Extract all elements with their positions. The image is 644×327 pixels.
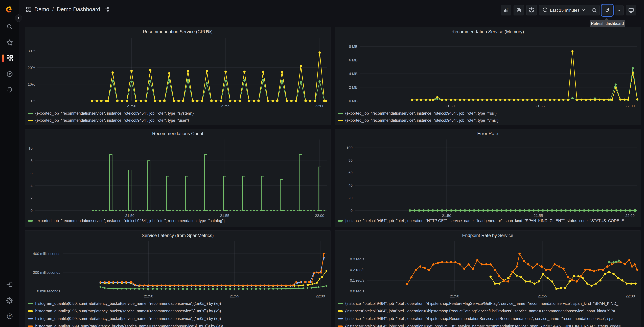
refresh-interval-dropdown[interactable] xyxy=(615,5,624,16)
legend-label: histogram_quantile(0.95, sum(rate(latenc… xyxy=(35,309,221,314)
sidebar-expand-button[interactable] xyxy=(15,14,22,22)
panel-legend: {exported_job="recommendationservice", i… xyxy=(28,110,330,124)
svg-text:200 milliseconds: 200 milliseconds xyxy=(33,270,60,275)
legend-item[interactable]: histogram_quantile(0.50, sum(rate(latenc… xyxy=(28,300,330,307)
sign-in-icon[interactable] xyxy=(6,281,14,288)
legend-swatch xyxy=(28,220,33,222)
legend-item[interactable]: {instance="otelcol:9464", job="otel", op… xyxy=(338,307,640,315)
save-dashboard-button[interactable] xyxy=(514,5,524,16)
legend-item[interactable]: {exported_job="recommendationservice", i… xyxy=(28,110,330,117)
dashboards-icon[interactable] xyxy=(6,54,14,62)
zoom-out-button[interactable] xyxy=(588,5,600,15)
settings-gear-icon[interactable] xyxy=(6,296,14,304)
legend-swatch xyxy=(28,326,33,327)
legend-swatch xyxy=(28,310,33,312)
legend-label: {instance="otelcol:9464", job="otel", op… xyxy=(345,324,621,327)
legend-item[interactable]: {exported_job="recommendationservice", i… xyxy=(28,218,330,224)
legend-item[interactable]: histogram_quantile(0.99, sum(rate(latenc… xyxy=(28,315,330,322)
sidebar: ? xyxy=(0,0,19,327)
svg-text:8 MB: 8 MB xyxy=(349,44,358,49)
svg-text:21:50: 21:50 xyxy=(446,104,455,108)
svg-text:21:50: 21:50 xyxy=(125,214,134,218)
svg-text:0%: 0% xyxy=(30,99,35,103)
active-indicator xyxy=(2,54,4,62)
legend-item[interactable]: histogram_quantile(0.999, sum(rate(laten… xyxy=(28,322,330,327)
legend-swatch xyxy=(28,303,33,304)
svg-text:21:55: 21:55 xyxy=(221,104,230,108)
legend-item[interactable]: {instance="otelcol:9464", job="otel", op… xyxy=(338,315,640,322)
svg-text:400 milliseconds: 400 milliseconds xyxy=(33,252,60,256)
svg-text:60: 60 xyxy=(348,171,352,175)
help-icon[interactable]: ? xyxy=(6,312,14,320)
legend-swatch xyxy=(338,326,343,327)
legend-label: {exported_job="recommendationservice", i… xyxy=(35,218,225,223)
legend-swatch xyxy=(338,113,343,114)
legend-label: {exported_job="recommendationservice", i… xyxy=(345,118,498,123)
dashboard-settings-button[interactable] xyxy=(526,5,537,16)
panel-error-rate: Error Rate 02040608010021:5021:5522:00 {… xyxy=(334,128,641,227)
svg-text:22:00: 22:00 xyxy=(625,214,634,218)
svg-text:0.0 req/s: 0.0 req/s xyxy=(350,289,364,293)
legend-label: histogram_quantile(0.999, sum(rate(laten… xyxy=(35,324,223,327)
svg-text:0.2 req/s: 0.2 req/s xyxy=(350,268,364,272)
svg-text:4: 4 xyxy=(30,184,32,188)
panel-recommendation-cpu: Recommendation Service (CPU%) 0%10%20%30… xyxy=(25,27,331,125)
svg-text:8: 8 xyxy=(30,159,32,163)
grafana-logo[interactable] xyxy=(5,6,14,14)
svg-text:21:55: 21:55 xyxy=(534,214,543,218)
tv-kiosk-mode-button[interactable] xyxy=(626,5,636,16)
chart-canvas: 024681021:5021:5522:00 xyxy=(25,129,331,227)
clock-icon xyxy=(542,7,548,13)
panel-legend: {exported_job="recommendationservice", i… xyxy=(338,110,640,124)
breadcrumb-page[interactable]: Demo Dashboard xyxy=(57,6,100,12)
legend-item[interactable]: {exported_job="recommendationservice", i… xyxy=(338,110,640,117)
svg-text:20: 20 xyxy=(348,196,352,200)
svg-text:21:50: 21:50 xyxy=(127,104,136,108)
explore-compass-icon[interactable] xyxy=(6,70,14,78)
legend-swatch xyxy=(28,113,33,114)
svg-text:100: 100 xyxy=(346,146,352,150)
refresh-dashboard-button[interactable] xyxy=(602,5,612,16)
svg-text:0: 0 xyxy=(30,208,32,213)
alerting-bell-icon[interactable] xyxy=(6,86,14,93)
panel-legend: {exported_job="recommendationservice", i… xyxy=(28,218,330,224)
svg-text:20%: 20% xyxy=(28,66,35,70)
legend-swatch xyxy=(338,303,343,304)
apps-grid-icon xyxy=(26,7,32,12)
panel-legend: {instance="otelcol:9464", job="otel", op… xyxy=(338,300,640,327)
breadcrumb-section[interactable]: Demo xyxy=(34,6,49,12)
panel-legend: {instance="otelcol:9464", job="otel", op… xyxy=(338,218,640,224)
legend-label: {instance="otelcol:9464", job="otel", op… xyxy=(345,218,624,223)
legend-item[interactable]: {exported_job="recommendationservice", i… xyxy=(338,117,640,124)
svg-text:6: 6 xyxy=(30,171,32,175)
chart-canvas: 02040608010021:5021:5522:00 xyxy=(335,129,641,227)
svg-text:22:00: 22:00 xyxy=(315,104,324,108)
svg-text:22:00: 22:00 xyxy=(626,104,635,108)
svg-text:6 MB: 6 MB xyxy=(349,58,358,62)
add-panel-button[interactable] xyxy=(501,5,511,16)
panel-recommendation-memory: Recommendation Service (Memory) 0 MB2 MB… xyxy=(334,27,641,125)
legend-swatch xyxy=(338,120,343,121)
panel-recommendations-count: Recommendations Count 024681021:5021:552… xyxy=(25,128,331,227)
svg-text:22:00: 22:00 xyxy=(626,294,635,298)
search-icon[interactable] xyxy=(6,23,14,30)
legend-item[interactable]: {instance="otelcol:9464", job="otel", op… xyxy=(338,300,640,307)
panel-endpoint-rate: Endpoint Rate by Service 0.0 req/s0.1 re… xyxy=(334,230,641,327)
legend-item[interactable]: {instance="otelcol:9464", job="otel", op… xyxy=(338,322,640,327)
refresh-tooltip: Refresh dashboard xyxy=(590,20,625,27)
legend-item[interactable]: {exported_job="recommendationservice", i… xyxy=(28,117,330,124)
share-icon[interactable] xyxy=(104,7,109,12)
legend-label: {instance="otelcol:9464", job="otel", op… xyxy=(345,309,615,314)
legend-item[interactable]: {instance="otelcol:9464", job="otel", op… xyxy=(338,218,640,224)
svg-text:0.1 req/s: 0.1 req/s xyxy=(350,278,364,282)
time-range-label: Last 15 minutes xyxy=(550,8,580,13)
star-icon[interactable] xyxy=(6,39,14,46)
svg-text:22:00: 22:00 xyxy=(315,214,324,218)
tooltip-text: Refresh dashboard xyxy=(591,21,624,26)
time-range-picker[interactable]: Last 15 minutes xyxy=(539,5,589,15)
legend-swatch xyxy=(28,120,33,121)
svg-text:0: 0 xyxy=(350,208,352,213)
legend-swatch xyxy=(338,318,343,320)
svg-text:22:00: 22:00 xyxy=(316,294,325,298)
legend-item[interactable]: histogram_quantile(0.95, sum(rate(latenc… xyxy=(28,307,330,315)
